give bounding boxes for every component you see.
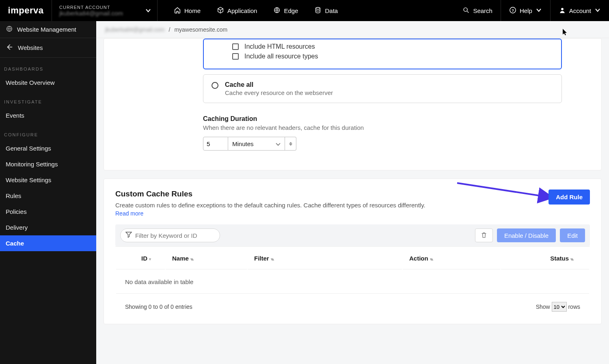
- sidebar-back-label: Websites: [18, 44, 43, 51]
- sidebar-item-label: Cache: [6, 240, 24, 247]
- sidebar-back[interactable]: Websites: [0, 38, 96, 58]
- col-label: Name: [172, 255, 189, 262]
- checkbox-include-html[interactable]: Include HTML resources: [204, 42, 561, 52]
- duration-control: Minutes: [104, 137, 601, 151]
- user-icon: [559, 6, 566, 15]
- duration-desc: When there are no relevant headers, cach…: [104, 124, 601, 131]
- rules-title: Custom Cache Rules: [115, 190, 590, 198]
- rules-desc: Create custom rules to define exceptions…: [115, 202, 590, 209]
- database-icon: [314, 6, 322, 15]
- col-name[interactable]: Name▾▴: [166, 248, 247, 269]
- sidebar-section-configure: CONFIGURE: [0, 123, 96, 140]
- nav-account[interactable]: Account: [550, 0, 609, 21]
- radio-title: Cache all: [225, 81, 333, 88]
- duration-stepper[interactable]: [285, 137, 296, 151]
- nav-edge-label: Edge: [284, 7, 298, 14]
- nav-application[interactable]: Application: [209, 0, 264, 21]
- sidebar-item-label: Rules: [6, 192, 21, 199]
- breadcrumb-account[interactable]: jkuberka84@gmail.com: [105, 26, 165, 33]
- custom-cache-rules-card: Custom Cache Rules Create custom rules t…: [104, 179, 602, 324]
- globe-icon: [273, 6, 281, 15]
- breadcrumb: jkuberka84@gmail.com / myawesomesite.com: [96, 21, 609, 38]
- checkbox-icon: [232, 43, 239, 50]
- sidebar-item-cache[interactable]: Cache: [0, 235, 96, 251]
- sidebar-item-label: Delivery: [6, 224, 28, 231]
- show-label: Show: [536, 304, 550, 310]
- no-data-text: No data available in table: [116, 270, 589, 294]
- sidebar-item-label: Policies: [6, 208, 27, 215]
- caret-down-icon: [594, 7, 601, 15]
- svg-point-2: [464, 8, 468, 11]
- svg-text:?: ?: [512, 8, 514, 12]
- filter-icon: [125, 231, 132, 239]
- col-label: Status: [550, 255, 569, 262]
- col-id[interactable]: ID▾: [116, 248, 165, 269]
- cube-icon: [217, 6, 224, 15]
- add-rule-button[interactable]: Add Rule: [549, 190, 590, 205]
- sidebar-item-delivery[interactable]: Delivery: [0, 220, 96, 235]
- top-navbar: imperva CURRENT ACCOUNT jkuberka84@gmail…: [0, 0, 609, 21]
- rules-filter-bar: Enable / Disable Edit: [115, 224, 590, 246]
- search-icon: [462, 6, 470, 15]
- checkbox-label: Include all resource types: [244, 53, 318, 60]
- brand-logo: imperva: [0, 0, 52, 21]
- sort-icon: ▾▴: [570, 257, 573, 261]
- col-filter[interactable]: Filter▾▴: [248, 248, 402, 269]
- svg-point-5: [561, 8, 564, 10]
- sidebar-section-dashboards: DASHBOARDS: [0, 58, 96, 75]
- sidebar-item-label: Monitoring Settings: [6, 161, 58, 168]
- col-action[interactable]: Action▾▴: [403, 248, 500, 269]
- checkbox-icon: [232, 53, 239, 60]
- breadcrumb-site[interactable]: myawesomesite.com: [174, 26, 227, 33]
- duration-unit-label: Minutes: [232, 140, 254, 147]
- nav-help-label: Help: [520, 7, 532, 14]
- sidebar-context: Website Management: [0, 21, 96, 38]
- radio-subtitle: Cache every resource on the webserver: [225, 89, 333, 96]
- nav-search[interactable]: Search: [454, 0, 501, 21]
- sidebar-item-label: Events: [6, 112, 24, 119]
- nav-data[interactable]: Data: [307, 0, 345, 21]
- nav-edge[interactable]: Edge: [266, 0, 305, 21]
- rules-table: ID▾ Name▾▴ Filter▾▴ Action▾▴ Status▾▴ No…: [115, 246, 590, 295]
- checkbox-include-all[interactable]: Include all resource types: [204, 52, 561, 61]
- sidebar-item-monitoring-settings[interactable]: Monitoring Settings: [0, 156, 96, 172]
- caret-down-icon: [536, 7, 542, 15]
- arrow-left-icon: [6, 43, 13, 52]
- caret-down-icon: [145, 7, 151, 15]
- duration-number-input[interactable]: [203, 137, 228, 151]
- sidebar-item-overview[interactable]: Website Overview: [0, 75, 96, 90]
- nav-home[interactable]: Home: [166, 0, 208, 21]
- page-size-select[interactable]: 10: [552, 302, 567, 312]
- enable-disable-button[interactable]: Enable / Disable: [497, 228, 556, 242]
- filter-input[interactable]: [135, 232, 213, 239]
- duration-unit-select[interactable]: Minutes: [228, 137, 285, 151]
- nav-data-label: Data: [325, 7, 338, 14]
- sidebar: Website Management Websites DASHBOARDS W…: [0, 21, 96, 364]
- read-more-link[interactable]: Read more: [115, 210, 143, 217]
- sidebar-item-rules[interactable]: Rules: [0, 188, 96, 204]
- col-label: Action: [409, 255, 428, 262]
- account-label: CURRENT ACCOUNT: [59, 5, 150, 10]
- step-up-icon: [289, 142, 292, 144]
- account-picker[interactable]: CURRENT ACCOUNT jkuberka84@gmail.com: [52, 0, 158, 21]
- nav-home-label: Home: [184, 7, 201, 14]
- nav-search-label: Search: [473, 7, 492, 14]
- filter-input-wrap[interactable]: [120, 228, 220, 242]
- sort-icon: ▾▴: [190, 257, 193, 261]
- edit-button[interactable]: Edit: [560, 228, 585, 242]
- svg-point-1: [316, 7, 320, 9]
- rows-label: rows: [568, 304, 580, 310]
- nav-help[interactable]: ? Help: [501, 0, 550, 21]
- sidebar-item-general-settings[interactable]: General Settings: [0, 140, 96, 156]
- account-value: jkuberka84@gmail.com: [59, 10, 150, 17]
- sidebar-item-policies[interactable]: Policies: [0, 204, 96, 220]
- sidebar-section-investigate: INVESTIGATE: [0, 90, 96, 108]
- sidebar-item-website-settings[interactable]: Website Settings: [0, 172, 96, 188]
- delete-button[interactable]: [475, 228, 493, 242]
- sidebar-item-events[interactable]: Events: [0, 108, 96, 123]
- sidebar-item-label: General Settings: [6, 145, 51, 152]
- radio-cache-all[interactable]: Cache all Cache every resource on the we…: [203, 74, 562, 103]
- sidebar-item-label: Website Settings: [6, 177, 51, 183]
- col-status[interactable]: Status▾▴: [501, 248, 589, 269]
- sidebar-item-label: Website Overview: [6, 79, 55, 86]
